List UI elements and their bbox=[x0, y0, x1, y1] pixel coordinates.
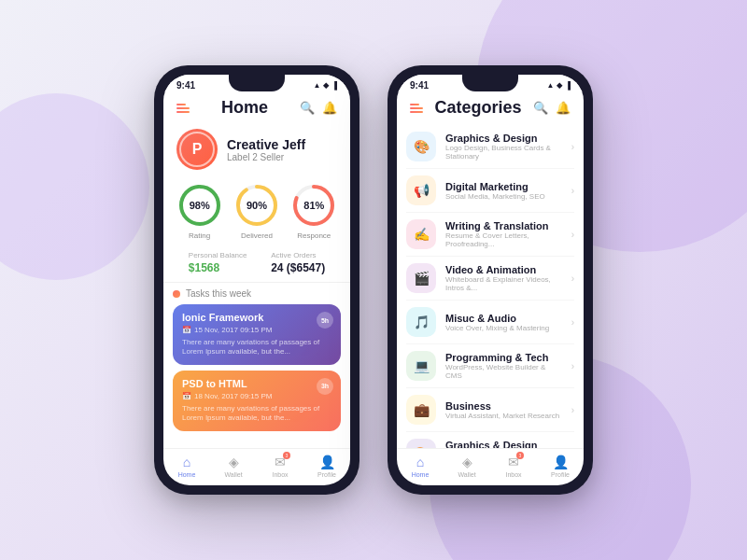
personal-balance: Personal Balance $1568 bbox=[189, 251, 247, 274]
category-programming-tech[interactable]: 💻 Programming & Tech WordPress, Website … bbox=[406, 344, 574, 388]
cat-profile-nav-icon: 👤 bbox=[553, 455, 569, 469]
cat-nav-wallet[interactable]: ◈ Wallet bbox=[444, 455, 490, 478]
cat-inbox-nav-icon: ✉3 bbox=[508, 455, 519, 469]
menu-line bbox=[176, 111, 190, 113]
profile-name: Creative Jeff bbox=[227, 137, 305, 152]
category-name: Writing & Translation bbox=[445, 220, 562, 231]
balance-personal-label: Personal Balance bbox=[189, 251, 247, 259]
category-icon-wrap: 🎨 bbox=[406, 439, 436, 448]
category-name: Digital Marketing bbox=[445, 181, 562, 192]
task-title-2: PSD to HTML bbox=[182, 378, 331, 389]
category-info: Writing & Translation Resume & Cover Let… bbox=[445, 220, 562, 248]
status-icons-home: ▲ ◆ ▐ bbox=[313, 81, 337, 90]
category-arrow-icon: › bbox=[571, 273, 574, 284]
category-name: Programming & Tech bbox=[445, 352, 562, 363]
stat-value-rating: 98% bbox=[190, 200, 210, 211]
task-card-ionic[interactable]: 5h Ionic Framework 📅 15 Nov, 2017 09:15 … bbox=[173, 304, 341, 365]
category-graphics-design-2[interactable]: 🎨 Graphics & Design Logo Design, Busines… bbox=[406, 432, 574, 448]
cat-wallet-nav-icon: ◈ bbox=[462, 455, 472, 469]
cat-nav-profile[interactable]: 👤 Profile bbox=[537, 455, 584, 478]
categories-menu-button[interactable] bbox=[410, 104, 423, 113]
nav-home-label: Home bbox=[178, 471, 196, 478]
search-button[interactable]: 🔍 bbox=[300, 101, 315, 116]
task-desc-2: There are many variations of passages of… bbox=[182, 404, 331, 424]
phone-home-screen: 9:41 ▲ ◆ ▐ Home 🔍 🔔 bbox=[163, 75, 350, 485]
category-business[interactable]: 💼 Business Virtual Assistant, Market Res… bbox=[406, 388, 574, 432]
category-info: Digital Marketing Social Media, Marketin… bbox=[445, 181, 562, 201]
categories-title: Categories bbox=[434, 98, 521, 118]
stat-rating: 98% Rating bbox=[177, 183, 222, 240]
stat-value-response: 81% bbox=[303, 200, 324, 211]
stats-row: 98% Rating 90% Delivered bbox=[163, 179, 350, 247]
category-sub: WordPress, Website Builder & CMS bbox=[445, 363, 562, 380]
task-card-psd[interactable]: 3h PSD to HTML 📅 18 Nov, 2017 09:15 PM T… bbox=[173, 371, 341, 431]
profile-subtitle: Label 2 Seller bbox=[227, 152, 305, 162]
profile-info: Creative Jeff Label 2 Seller bbox=[227, 137, 305, 162]
nav-wallet[interactable]: ◈ Wallet bbox=[210, 455, 257, 478]
header-action-icons: 🔍 🔔 bbox=[300, 101, 337, 116]
task-title-1: Ionic Framework bbox=[182, 312, 331, 323]
balance-row: Personal Balance $1568 Active Orders 24 … bbox=[163, 247, 350, 283]
inbox-nav-icon: ✉3 bbox=[275, 455, 286, 469]
status-time-categories: 9:41 bbox=[410, 80, 429, 91]
category-writing-translation[interactable]: ✍ Writing & Translation Resume & Cover L… bbox=[406, 213, 574, 257]
balance-personal-value: $1568 bbox=[189, 261, 247, 274]
task-meta-1: 📅 15 Nov, 2017 09:15 PM bbox=[182, 326, 331, 334]
menu-button[interactable] bbox=[176, 104, 190, 113]
bg-decoration-3 bbox=[0, 93, 149, 280]
categories-bottom-nav: ⌂ Home ◈ Wallet ✉3 Inbox 👤 Profile bbox=[397, 448, 584, 485]
cat-nav-home[interactable]: ⌂ Home bbox=[397, 455, 444, 478]
nav-inbox[interactable]: ✉3 Inbox bbox=[257, 455, 303, 478]
music-audio-icon: 🎵 bbox=[414, 315, 430, 329]
task-desc-1: There are many variations of passages of… bbox=[182, 338, 331, 357]
stat-delivered: 90% Delivered bbox=[234, 183, 279, 240]
home-title: Home bbox=[221, 98, 268, 118]
avatar-letter: P bbox=[192, 141, 203, 158]
category-name: Misuc & Audio bbox=[445, 313, 562, 324]
wifi-icon-2: ◆ bbox=[557, 81, 562, 90]
menu-line bbox=[410, 111, 423, 113]
stat-circle-rating: 98% bbox=[177, 183, 222, 228]
menu-line bbox=[410, 107, 423, 109]
category-sub: Logo Design, Business Cards & Stationary bbox=[445, 144, 562, 161]
category-name: Video & Animation bbox=[445, 264, 562, 275]
nav-profile[interactable]: 👤 Profile bbox=[303, 455, 350, 478]
balance-orders-label: Active Orders bbox=[271, 251, 325, 259]
calendar-icon-1: 📅 bbox=[182, 326, 191, 334]
category-arrow-icon: › bbox=[571, 230, 574, 240]
category-info: Programming & Tech WordPress, Website Bu… bbox=[445, 352, 562, 380]
category-icon-wrap: 📢 bbox=[406, 175, 436, 205]
nav-home[interactable]: ⌂ Home bbox=[163, 455, 210, 478]
category-list: 🎨 Graphics & Design Logo Design, Busines… bbox=[397, 125, 584, 448]
cat-nav-inbox[interactable]: ✉3 Inbox bbox=[490, 455, 537, 478]
avatar[interactable]: P bbox=[176, 129, 218, 170]
notification-button[interactable]: 🔔 bbox=[322, 101, 337, 116]
categories-search-button[interactable]: 🔍 bbox=[533, 101, 548, 116]
writing-translation-icon: ✍ bbox=[414, 227, 430, 242]
category-sub: Virtual Assistant, Market Research bbox=[445, 412, 562, 420]
category-sub: Social Media, Marketing, SEO bbox=[445, 192, 562, 201]
category-music-audio[interactable]: 🎵 Misuc & Audio Voice Over, Mixing & Mas… bbox=[406, 301, 574, 344]
category-digital-marketing[interactable]: 📢 Digital Marketing Social Media, Market… bbox=[406, 169, 574, 213]
status-icons-categories: ▲ ◆ ▐ bbox=[546, 81, 571, 90]
categories-notification-button[interactable]: 🔔 bbox=[556, 101, 571, 116]
wifi-icon: ◆ bbox=[323, 81, 329, 90]
tasks-dot-icon bbox=[173, 290, 180, 298]
category-video-animation[interactable]: 🎬 Video & Animation Whiteboard & Explain… bbox=[406, 257, 574, 301]
tasks-header: Tasks this week bbox=[173, 288, 341, 299]
profile-section: P Creative Jeff Label 2 Seller bbox=[163, 125, 350, 179]
phones-container: 9:41 ▲ ◆ ▐ Home 🔍 🔔 bbox=[154, 65, 593, 495]
category-name: Graphics & Design bbox=[445, 133, 562, 144]
stat-circle-response: 81% bbox=[291, 183, 336, 228]
programming-tech-icon: 💻 bbox=[414, 358, 430, 373]
category-arrow-icon: › bbox=[571, 142, 574, 152]
battery-icon: ▐ bbox=[331, 81, 337, 90]
cat-inbox-badge: 3 bbox=[516, 452, 524, 459]
category-name: Business bbox=[445, 400, 562, 412]
signal-icon: ▲ bbox=[313, 81, 320, 90]
category-icon-wrap: ✍ bbox=[406, 219, 436, 249]
category-arrow-icon: › bbox=[571, 361, 574, 371]
category-graphics-design-1[interactable]: 🎨 Graphics & Design Logo Design, Busines… bbox=[406, 125, 574, 169]
category-name: Graphics & Design bbox=[445, 440, 562, 448]
category-icon-wrap: 💼 bbox=[406, 395, 436, 425]
